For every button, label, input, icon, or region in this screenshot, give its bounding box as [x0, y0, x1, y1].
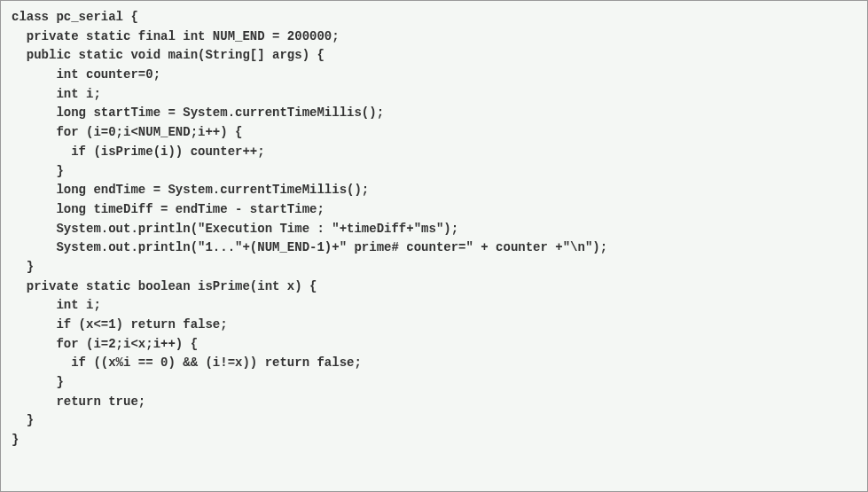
- code-line: }: [12, 431, 856, 450]
- code-line: int counter=0;: [12, 66, 856, 85]
- code-line: private static boolean isPrime(int x) {: [12, 277, 856, 297]
- code-line: return true;: [12, 393, 856, 412]
- code-line: System.out.println("Execution Time : "+t…: [12, 220, 856, 239]
- code-line: public static void main(String[] args) {: [12, 46, 856, 66]
- code-line: int i;: [12, 296, 856, 316]
- code-line: if ((x%i == 0) && (i!=x)) return false;: [12, 354, 856, 373]
- code-line: long endTime = System.currentTimeMillis(…: [12, 181, 856, 200]
- code-line: for (i=2;i<x;i++) {: [12, 335, 856, 355]
- code-line: private static final int NUM_END = 20000…: [12, 27, 856, 47]
- code-line: }: [12, 162, 856, 182]
- code-line: }: [12, 373, 856, 393]
- code-line: class pc_serial {: [12, 8, 856, 27]
- code-line: System.out.println("1..."+(NUM_END-1)+" …: [12, 238, 856, 258]
- code-line: int i;: [12, 85, 856, 105]
- code-line: for (i=0;i<NUM_END;i++) {: [12, 123, 856, 143]
- code-line: if (x<=1) return false;: [12, 316, 856, 335]
- code-block: class pc_serial { private static final i…: [0, 0, 868, 492]
- code-line: long startTime = System.currentTimeMilli…: [12, 104, 856, 123]
- code-line: }: [12, 411, 856, 431]
- code-line: if (isPrime(i)) counter++;: [12, 143, 856, 162]
- code-line: }: [12, 258, 856, 277]
- code-line: long timeDiff = endTime - startTime;: [12, 200, 856, 220]
